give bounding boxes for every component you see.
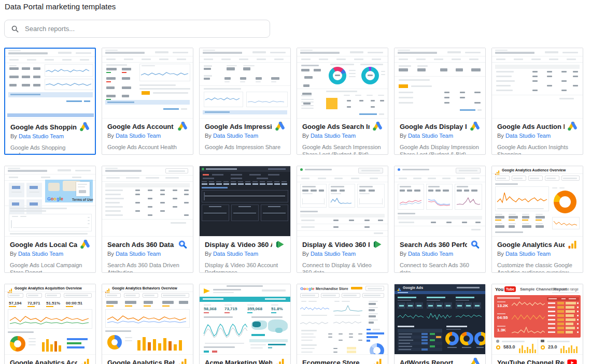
- template-card[interactable]: Google Ads Impression S... By Data Studi…: [199, 48, 291, 155]
- card-title: Display & Video 360 Perfo...: [302, 241, 370, 249]
- template-card[interactable]: Google Ads Search Impre... By Data Studi…: [297, 48, 388, 155]
- template-card[interactable]: Google Analytics Behaviors Overview Goog…: [102, 284, 193, 364]
- thumb-title: Google Analytics Behaviors Overview: [112, 286, 177, 290]
- card-thumbnail[interactable]: Google Analytics Audience Overview: [492, 166, 583, 237]
- map-google-watermark: G: [47, 196, 51, 201]
- card-thumbnail[interactable]: [297, 166, 388, 237]
- card-thumbnail[interactable]: [395, 48, 485, 119]
- template-card[interactable]: Search Ads 360 Performa... By Data Studi…: [394, 166, 486, 273]
- card-thumbnail[interactable]: [200, 48, 290, 119]
- card-title: Google Ads Impression S...: [205, 123, 272, 130]
- card-description: Google Ads Impression Share: [205, 143, 285, 151]
- template-card[interactable]: You Tube Sample Channel Report Select da…: [491, 284, 583, 364]
- author-link[interactable]: Data Studio Team: [18, 251, 63, 257]
- template-card[interactable]: Google Terms of Use Google Ads Local Cam…: [4, 166, 96, 273]
- card-body: Google Ads Shopping perf... By Data Stud…: [5, 119, 95, 155]
- author-link[interactable]: Data Studio Team: [19, 133, 64, 139]
- card-body: Google Ads Display Impre... By Data Stud…: [395, 119, 485, 155]
- template-grid: Google Ads Shopping perf... By Data Stud…: [4, 48, 583, 364]
- card-body: Google Ads Auction Insig... By Data Stud…: [492, 119, 583, 155]
- author-link[interactable]: Data Studio Team: [213, 133, 258, 139]
- template-card[interactable]: Google Ads Shopping perf... By Data Stud…: [4, 48, 96, 155]
- card-body: Google Ads Search Impre... By Data Studi…: [297, 119, 388, 155]
- thumb-metric: 51.8%: [271, 307, 283, 311]
- thumb-metric: 00:00:51: [66, 301, 82, 305]
- author-link[interactable]: Data Studio Team: [116, 251, 161, 257]
- card-title: Acme Marketing Website: [205, 359, 272, 364]
- card-byline: By Data Studio Team: [497, 251, 578, 257]
- author-link[interactable]: Data Studio Team: [408, 133, 453, 139]
- card-thumbnail[interactable]: Google Ads: [395, 284, 485, 355]
- card-title: Google Ads Shopping perf...: [10, 123, 77, 131]
- card-description: Google Ads Auction Insights Shopping: [497, 143, 578, 155]
- card-thumbnail[interactable]: Google Merchandise Store: [297, 284, 388, 355]
- display-video-360-icon: [372, 240, 383, 249]
- card-byline: By Data Studio Team: [205, 251, 285, 257]
- card-thumbnail[interactable]: Google Analytics Behaviors Overview: [102, 284, 193, 355]
- google-analytics-icon: [177, 358, 188, 364]
- card-thumbnail[interactable]: Google Terms of Use: [5, 166, 95, 237]
- template-card[interactable]: Display & Video 360 Acco... By Data Stud…: [199, 166, 291, 273]
- search-bar[interactable]: [4, 20, 270, 38]
- template-card[interactable]: Display & Video 360 Perfo... By Data Stu…: [297, 166, 388, 273]
- google-analytics-icon: [372, 358, 383, 364]
- template-card[interactable]: Google Ads: [394, 284, 486, 364]
- card-title: Google Ads Display Impre...: [400, 123, 467, 130]
- card-thumbnail[interactable]: [102, 166, 193, 237]
- template-card[interactable]: Search Ads 360 Data Driv... By Data Stud…: [102, 166, 193, 273]
- youtube-metric-right: 23.0: [548, 344, 557, 350]
- card-title: Search Ads 360 Data Driv...: [107, 241, 175, 249]
- card-thumbnail[interactable]: 58,368 73,715 355,068 51.8%: [200, 284, 290, 355]
- card-thumbnail[interactable]: [200, 166, 290, 237]
- author-link[interactable]: Data Studio Team: [311, 133, 356, 139]
- google-ads-icon: [567, 122, 578, 131]
- author-link[interactable]: Data Studio Team: [116, 133, 161, 139]
- card-title: Ecommerce Store: [302, 359, 370, 364]
- template-card[interactable]: Google Ads Auction Insig... By Data Stud…: [491, 48, 583, 155]
- template-card[interactable]: 58,368 73,715 355,068 51.8% Acme Marketi…: [199, 284, 291, 364]
- youtube-icon: [567, 358, 578, 364]
- template-card[interactable]: Google Analytics Audience Overview: [491, 166, 583, 273]
- author-link[interactable]: Data Studio Team: [311, 251, 356, 257]
- card-description: Google Ads Display Impression Share Lost…: [400, 143, 480, 155]
- card-body: Google Ads Account Health By Data Studio…: [102, 119, 193, 151]
- card-thumbnail[interactable]: You Tube Sample Channel Report Select da…: [492, 284, 583, 355]
- author-link[interactable]: Data Studio Team: [213, 251, 258, 257]
- card-thumbnail[interactable]: Google Analytics Acquisition Overview 57…: [5, 284, 95, 355]
- card-description: Connect to Display & Video 360 data.: [302, 261, 383, 273]
- template-card[interactable]: Google Ads Display Impre... By Data Stud…: [394, 48, 486, 155]
- template-card[interactable]: Google Merchandise Store: [297, 284, 388, 364]
- card-body: Google Analytics Audienc... By Data Stud…: [492, 237, 583, 273]
- google-ads-icon: [469, 122, 480, 131]
- card-title: Google Ads Search Impre...: [302, 123, 370, 130]
- author-link[interactable]: Data Studio Team: [505, 133, 551, 139]
- card-byline: By Data Studio Team: [205, 133, 285, 139]
- youtube-logo-tube: Tube: [504, 286, 516, 292]
- card-body: Google Analytics Acquisit...: [5, 355, 95, 364]
- card-thumbnail[interactable]: [297, 48, 388, 119]
- card-description: Google Ads Search Impression Share Lost …: [302, 143, 383, 155]
- google-ads-icon: [274, 122, 285, 131]
- youtube-watch-time: 04:55: [497, 315, 508, 320]
- card-thumbnail[interactable]: [395, 166, 485, 237]
- card-description: Connect to Search Ads 360 data.: [400, 261, 480, 273]
- display-video-360-icon: [274, 240, 285, 249]
- youtube-metric-left: 583.0: [503, 344, 515, 350]
- card-title: Display & Video 360 Acco...: [205, 241, 272, 249]
- card-body: Display & Video 360 Acco... By Data Stud…: [200, 237, 290, 273]
- author-link[interactable]: Data Studio Team: [408, 251, 453, 257]
- template-card[interactable]: Google Analytics Acquisition Overview 57…: [4, 284, 96, 364]
- google-analytics-icon: [79, 358, 90, 364]
- search-input[interactable]: [24, 24, 263, 33]
- card-thumbnail[interactable]: [5, 49, 95, 119]
- youtube-date-range: Select date range: [552, 287, 579, 291]
- author-link[interactable]: Data Studio Team: [505, 251, 551, 257]
- card-description: Search Ads 360 Data Driven Attribution: [107, 261, 188, 273]
- card-thumbnail[interactable]: [102, 48, 193, 119]
- youtube-logo-you: You: [495, 287, 503, 292]
- card-title: Google Ads Account Health: [107, 123, 175, 130]
- card-title: Google Analytics Audienc...: [497, 241, 565, 249]
- template-card[interactable]: Google Ads Account Health By Data Studio…: [102, 48, 193, 155]
- thumb-metric: 73,715: [224, 307, 237, 311]
- card-thumbnail[interactable]: [492, 48, 583, 119]
